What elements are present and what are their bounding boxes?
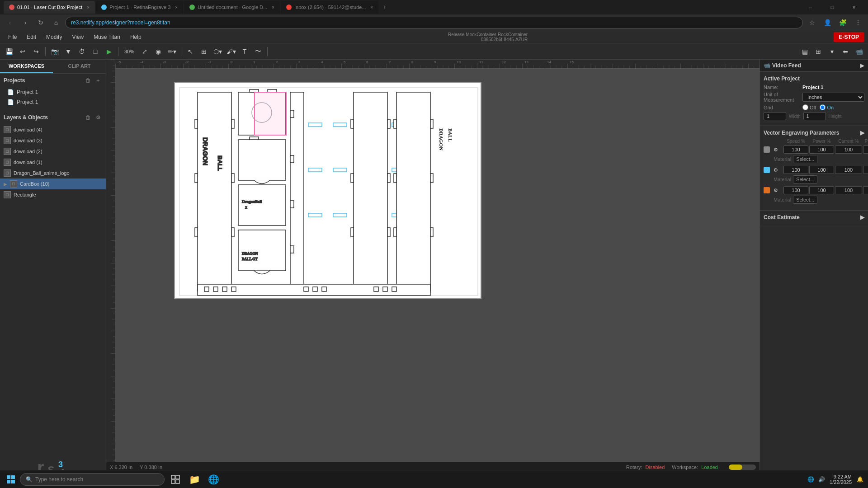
nav-home-button[interactable]: ⌂ [50,16,62,29]
align-left[interactable]: ⬅ [839,45,852,58]
project-item-2[interactable]: 📄 Project 1 [0,97,106,107]
nav-refresh-button[interactable]: ↻ [34,16,47,29]
material-select-2[interactable]: Select... [793,175,817,183]
square-button[interactable]: □ [89,45,102,58]
settings-icon[interactable]: ⋮ [852,16,864,29]
camera-button[interactable]: 📷 [48,45,61,58]
current-1[interactable] [835,145,862,154]
grid-toggle[interactable]: ⊞ [812,45,825,58]
layer-download1[interactable]: □ download (1) [0,157,106,168]
profile-icon[interactable]: 👤 [821,16,834,29]
transform-tool[interactable]: ⊞ [198,45,210,58]
url-bar[interactable]: re3.netlify.app/designer?model=gen8titan [65,17,803,28]
menu-view[interactable]: View [67,32,88,42]
text-tool[interactable]: T [238,45,251,58]
taskbar-search[interactable]: 🔍 Type here to search [20,473,165,486]
extensions-icon[interactable]: 🧩 [836,16,849,29]
clock-button[interactable]: ⏱ [75,45,88,58]
address-bar: ‹ › ↻ ⌂ re3.netlify.app/designer?model=g… [0,14,868,31]
unit-select[interactable]: Inches mm [802,93,864,102]
delete-layer-icon[interactable]: 🗑 [84,113,92,122]
start-button[interactable] [4,472,18,487]
estop-button[interactable]: E-STOP [834,32,864,42]
delete-project-icon[interactable]: 🗑 [84,76,92,84]
more-tools[interactable]: ▾ [826,45,838,58]
settings-layer-icon[interactable]: ⚙ [94,113,102,122]
maximize-button[interactable]: □ [822,0,843,14]
bookmark-icon[interactable]: ☆ [806,16,818,29]
tab-retina[interactable]: Project 1 - RetinaEngrave 3 × [96,1,183,14]
speed-3[interactable] [783,186,808,194]
passes-3[interactable] [863,186,868,194]
menu-file[interactable]: File [4,32,21,42]
new-tab-button[interactable]: + [379,4,390,10]
circle-tool-button[interactable]: ◉ [152,45,165,58]
tab-clipart[interactable]: CLIP ART [53,60,106,73]
vector-tool[interactable]: ⬡▾ [211,45,224,58]
power-1[interactable] [809,145,834,154]
passes-1[interactable] [863,145,868,154]
engraving-title[interactable]: Vector Engraving Parameters ▶ [764,130,864,136]
minimize-button[interactable]: – [800,0,821,14]
layer-dragonball-logo[interactable]: □ Dragon_Ball_anime_logo [0,168,106,178]
browser-button[interactable]: 🌐 [204,471,222,488]
menu-modify[interactable]: Modify [42,32,66,42]
nav-forward-button[interactable]: › [19,16,32,29]
menu-edit[interactable]: Edit [22,32,41,42]
power-3[interactable] [809,186,834,194]
tab-google-docs[interactable]: Untitled document - Google D... × [184,1,280,14]
save-button[interactable]: 💾 [3,45,15,58]
tab-workspaces[interactable]: WORKSPACES [0,60,53,73]
speed-1[interactable] [783,145,808,154]
file-explorer-button[interactable]: 📁 [185,471,203,488]
task-view-button[interactable] [166,471,184,488]
current-2[interactable] [835,166,862,174]
current-3[interactable] [835,186,862,194]
camera2-button[interactable]: 📹 [853,45,865,58]
layer-toggle[interactable]: ▤ [798,45,811,58]
material-select-1[interactable]: Select... [793,155,817,163]
settings-icon-3[interactable]: ⚙ [774,188,783,193]
layer-download4[interactable]: □ download (4) [0,124,106,135]
notifications-icon[interactable]: 🔔 [855,475,864,484]
grid-on-radio[interactable] [820,104,826,110]
grid-width-input[interactable] [764,112,786,120]
power-2[interactable] [809,166,834,174]
cost-estimate-title[interactable]: Cost Estimate ▶ [764,214,864,221]
select-tool[interactable]: ↖ [184,45,197,58]
nav-back-button[interactable]: ‹ [4,16,16,29]
play-button[interactable]: ▶ [103,45,115,58]
project-item-1[interactable]: 📄 Project 1 [0,87,106,97]
pen-dropdown[interactable]: ✏▾ [165,45,178,58]
undo-button[interactable]: ↩ [16,45,29,58]
zoom-number[interactable]: 30% [121,45,137,58]
grid-on-label[interactable]: On [820,104,834,110]
wave-tool[interactable]: 〜 [252,45,264,58]
layer-rectangle[interactable]: □ Rectangle [0,189,106,200]
tab-laser-cut[interactable]: 01.01 - Laser Cut Box Project × [4,1,95,14]
arrow-down-button[interactable]: ▼ [62,45,75,58]
network-icon[interactable]: 🌐 [806,475,815,484]
passes-2[interactable] [863,166,868,174]
grid-off-label[interactable]: Off [802,104,816,110]
canvas-content[interactable]: DRAGON BALL [115,69,760,481]
layer-download3[interactable]: □ download (3) [0,135,106,146]
layer-download2[interactable]: □ download (2) [0,146,106,157]
grid-height-input[interactable] [803,112,826,120]
material-select-3[interactable]: Select... [793,196,817,204]
volume-icon[interactable]: 🔊 [817,475,826,484]
layer-cardbox[interactable]: ▶ □ CardBox (10) [0,178,106,189]
settings-icon-2[interactable]: ⚙ [774,167,783,173]
add-project-icon[interactable]: ＋ [94,76,102,84]
menu-help[interactable]: Help [126,32,146,42]
grid-off-radio[interactable] [802,104,808,110]
close-button[interactable]: × [844,0,864,14]
paint-tool[interactable]: 🖌▾ [225,45,237,58]
menu-muse-titan[interactable]: Muse Titan [89,32,125,42]
video-feed-header[interactable]: 📹 Video Feed ▶ [760,60,868,72]
settings-icon-1[interactable]: ⚙ [774,147,783,153]
speed-2[interactable] [783,166,808,174]
fullscreen-button[interactable]: ⤢ [138,45,151,58]
redo-button[interactable]: ↪ [30,45,42,58]
tab-gmail[interactable]: Inbox (2,654) - 591142@stude... × [281,1,378,14]
